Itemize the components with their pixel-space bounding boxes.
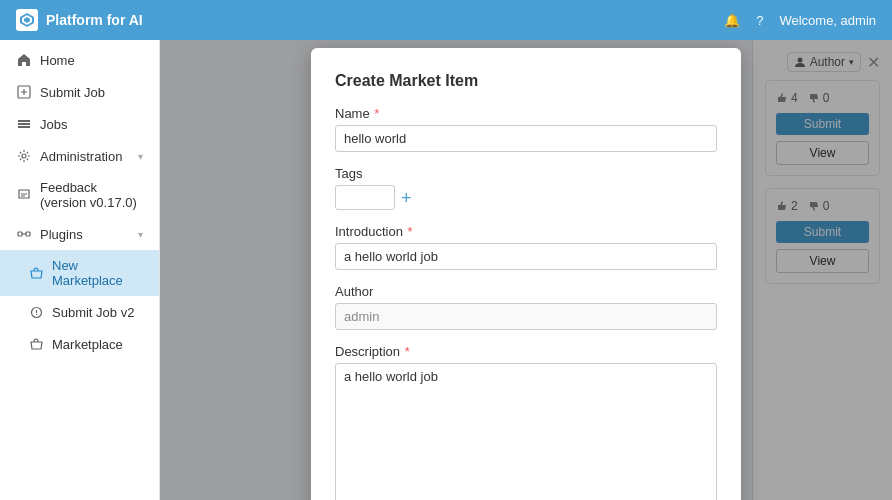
description-textarea[interactable]: a hello world job: [335, 363, 717, 500]
marketplace-icon: [28, 336, 44, 352]
sidebar-item-plugins[interactable]: Plugins ▾: [0, 218, 159, 250]
sidebar-label-plugins: Plugins: [40, 227, 83, 242]
name-field-group: Name *: [335, 106, 717, 152]
logo: [16, 9, 38, 31]
sidebar-label-submit-job: Submit Job: [40, 85, 105, 100]
svg-rect-5: [18, 123, 30, 125]
svg-rect-6: [18, 126, 30, 128]
sidebar-label-administration: Administration: [40, 149, 122, 164]
introduction-label: Introduction *: [335, 224, 717, 239]
submit-job-v2-icon: [28, 304, 44, 320]
description-required-marker: *: [401, 344, 410, 359]
author-field-group: Author: [335, 284, 717, 330]
topbar-brand: Platform for AI: [16, 9, 143, 31]
sidebar-item-submit-job-v2[interactable]: Submit Job v2: [0, 296, 159, 328]
name-label: Name *: [335, 106, 717, 121]
sidebar-item-home[interactable]: Home: [0, 44, 159, 76]
author-input: [335, 303, 717, 330]
add-tag-button[interactable]: +: [401, 189, 412, 207]
description-field-group: Description * a hello world job: [335, 344, 717, 500]
introduction-field-group: Introduction *: [335, 224, 717, 270]
sidebar-item-marketplace[interactable]: Marketplace: [0, 328, 159, 360]
sidebar-label-new-marketplace: New Marketplace: [52, 258, 143, 288]
help-icon[interactable]: ?: [756, 13, 763, 28]
sidebar-label-home: Home: [40, 53, 75, 68]
sidebar-item-feedback[interactable]: Feedback (version v0.17.0): [0, 172, 159, 218]
sidebar: Home Submit Job Jobs Administration ▾: [0, 40, 160, 500]
sidebar-item-submit-job[interactable]: Submit Job: [0, 76, 159, 108]
main-layout: Home Submit Job Jobs Administration ▾: [0, 40, 892, 500]
main-area: Author ▾ ✕ 4 0 Submit View: [160, 40, 892, 500]
description-label: Description *: [335, 344, 717, 359]
modal-title: Create Market Item: [335, 72, 717, 90]
introduction-required-marker: *: [404, 224, 413, 239]
svg-rect-8: [18, 232, 22, 236]
name-input[interactable]: [335, 125, 717, 152]
tags-label: Tags: [335, 166, 717, 181]
sidebar-label-submit-job-v2: Submit Job v2: [52, 305, 134, 320]
introduction-input[interactable]: [335, 243, 717, 270]
welcome-text: Welcome, admin: [779, 13, 876, 28]
submit-job-icon: [16, 84, 32, 100]
new-marketplace-icon: [28, 265, 44, 281]
tag-input[interactable]: [335, 185, 395, 210]
svg-point-7: [22, 154, 26, 158]
sidebar-item-administration[interactable]: Administration ▾: [0, 140, 159, 172]
svg-rect-4: [18, 120, 30, 122]
plugins-chevron: ▾: [138, 229, 143, 240]
notification-icon[interactable]: 🔔: [724, 13, 740, 28]
sidebar-label-feedback: Feedback (version v0.17.0): [40, 180, 143, 210]
topbar: Platform for AI 🔔 ? Welcome, admin: [0, 0, 892, 40]
plugins-icon: [16, 226, 32, 242]
author-label: Author: [335, 284, 717, 299]
app-title: Platform for AI: [46, 12, 143, 28]
feedback-icon: [16, 187, 32, 203]
home-icon: [16, 52, 32, 68]
modal-overlay: Create Market Item Name * Tags +: [160, 40, 892, 500]
topbar-actions: 🔔 ? Welcome, admin: [724, 13, 876, 28]
tags-row: +: [335, 185, 717, 210]
tags-field-group: Tags +: [335, 166, 717, 210]
sidebar-item-new-marketplace[interactable]: New Marketplace: [0, 250, 159, 296]
logo-icon: [19, 12, 35, 28]
create-market-item-modal: Create Market Item Name * Tags +: [311, 48, 741, 500]
sidebar-label-jobs: Jobs: [40, 117, 67, 132]
administration-chevron: ▾: [138, 151, 143, 162]
name-required-marker: *: [371, 106, 380, 121]
sidebar-label-marketplace: Marketplace: [52, 337, 123, 352]
svg-rect-9: [26, 232, 30, 236]
jobs-icon: [16, 116, 32, 132]
administration-icon: [16, 148, 32, 164]
sidebar-item-jobs[interactable]: Jobs: [0, 108, 159, 140]
